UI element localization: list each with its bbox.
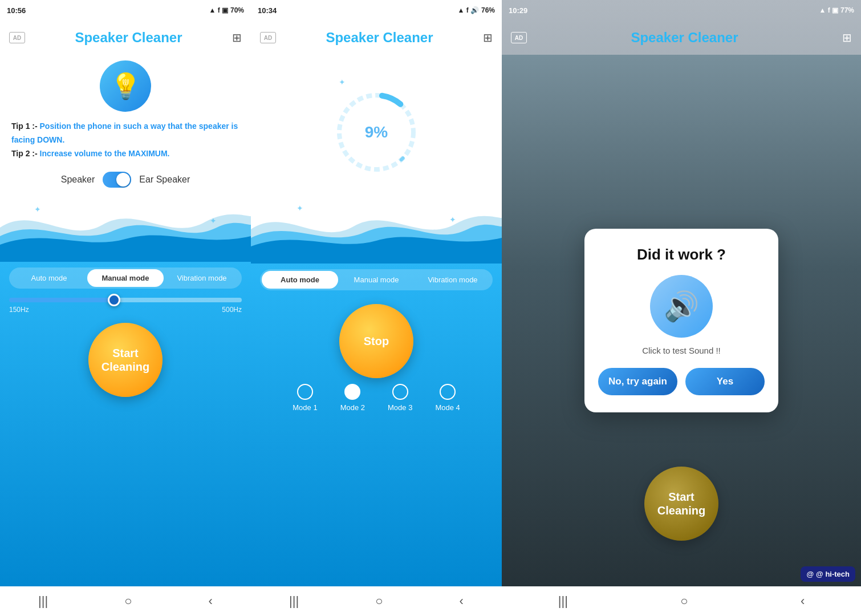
sparkle-w2: ✦ [449,215,456,224]
freq-labels: 150Hz 500Hz [9,306,242,314]
time-3: 10:29 [509,6,527,15]
toggle-right-label: Ear Speaker [139,175,190,185]
tab-auto-mode-2[interactable]: Auto mode [262,271,338,289]
nav-back-icon-2[interactable]: ‹ [460,594,464,609]
tip1-label: Tip 1 :- [11,121,38,131]
toggle-left-label: Speaker [61,175,95,185]
sparkle-w1: ✦ [297,204,303,213]
grid-icon-3[interactable]: ⊞ [842,31,852,44]
status-bar-1: 10:56 ▲ f ▣ 70% [0,0,251,21]
nav-menu-icon-1[interactable]: ||| [38,594,48,609]
mode-label-2: Mode 2 [340,403,365,412]
status-icons-2: ▲ f 🔊 76% [457,6,495,14]
tip1-text: Position the phone in such a way that th… [11,121,238,144]
yes-button[interactable]: Yes [685,368,765,395]
mode-tabs-1: Auto mode Manual mode Vibration mode [9,268,242,289]
time-1: 10:56 [7,6,26,15]
mode-label-1: Mode 1 [293,403,317,412]
slider-thumb[interactable] [108,294,120,306]
bottom-nav-2: ||| ○ ‹ [251,586,502,616]
tab-manual-mode-2[interactable]: Manual mode [338,271,415,289]
dot-2 [344,384,360,400]
grid-icon-1[interactable]: ⊞ [232,31,242,44]
no-try-again-button[interactable]: No, try again [598,368,677,395]
battery-2: 76% [481,6,495,14]
tip1-row: Tip 1 :- Position the phone in such a wa… [11,120,239,147]
slider-container: 150Hz 500Hz [9,298,242,314]
dot-1 [297,384,313,400]
mode-dot-1[interactable]: Mode 1 [293,384,317,412]
status-icons-1: ▲ f ▣ 70% [209,6,244,14]
status-icons-3: ▲ f ▣ 77% [819,6,854,14]
freq-min: 150Hz [9,306,29,314]
freq-max: 500Hz [222,306,242,314]
content-area-2: ✦ 9% ✦ ✦ [251,55,502,586]
tab-vibration-mode-2[interactable]: Vibration mode [415,271,491,289]
bulb-icon: 💡 [100,60,151,112]
dialog-buttons: No, try again Yes [598,368,765,395]
phone-panel-2: 10:34 ▲ f 🔊 76% AD Speaker Cleaner ⊞ ✦ [251,0,502,616]
app-title-1: Speaker Cleaner [75,30,182,46]
bottom-nav-1: ||| ○ ‹ [0,586,251,616]
signal-icon-1: ▲ f ▣ [209,6,228,14]
tab-vibration-mode-1[interactable]: Vibration mode [164,269,240,287]
sparkle-1: ✦ [34,205,41,214]
battery-3: 77% [840,6,854,14]
toggle-switch[interactable] [103,172,131,188]
tip2-text: Increase volume to the MAXIMUM. [40,149,170,158]
nav-menu-icon-3[interactable]: ||| [558,594,568,609]
toggle-row: Speaker Ear Speaker [61,172,190,188]
start-cleaning-button[interactable]: StartCleaning [88,323,163,397]
nav-home-icon-2[interactable]: ○ [375,594,383,609]
content-area-1: 💡 Tip 1 :- Position the phone in such a … [0,55,251,586]
freq-slider[interactable] [9,298,242,302]
app-header-2: AD Speaker Cleaner ⊞ [251,21,502,55]
nav-home-icon-3[interactable]: ○ [680,594,688,609]
nav-back-icon-1[interactable]: ‹ [209,594,213,609]
mode-dot-3[interactable]: Mode 3 [388,384,412,412]
phone-panel-3: 10:29 ▲ f ▣ 77% AD Speaker Cleaner ⊞ Did… [502,0,861,616]
ad-badge-2: AD [260,32,276,43]
bottom-nav-3: ||| ○ ‹ [502,586,861,616]
app-title-3: Speaker Cleaner [631,30,738,46]
tab-auto-mode-1[interactable]: Auto mode [11,269,87,287]
mode-dot-2[interactable]: Mode 2 [340,384,365,412]
wave-section-1: ✦ ✦ [0,193,251,262]
time-2: 10:34 [258,6,277,15]
tip2-label: Tip 2 :- [11,149,38,158]
tab-manual-mode-1[interactable]: Manual mode [87,269,164,287]
mode-label-3: Mode 3 [388,403,412,412]
progress-section: ✦ 9% [251,55,502,195]
nav-home-icon-1[interactable]: ○ [124,594,132,609]
signal-icon-2: ▲ f 🔊 [457,6,479,14]
ad-badge-1: AD [9,32,25,43]
tips-container: Tip 1 :- Position the phone in such a wa… [11,120,239,160]
mode-label-4: Mode 4 [435,403,460,412]
wave-section-2: ✦ ✦ [251,195,502,264]
app-title-2: Speaker Cleaner [326,30,433,46]
mode-dot-4[interactable]: Mode 4 [435,384,460,412]
sparkle-p1: ✦ [339,78,346,87]
progress-percent: 9% [365,123,388,141]
nav-menu-icon-2[interactable]: ||| [289,594,299,609]
status-bar-2: 10:34 ▲ f 🔊 76% [251,0,502,21]
grid-icon-2[interactable]: ⊞ [483,31,493,44]
stop-button[interactable]: Stop [339,304,413,378]
dialog-overlay: Did it work ? 🔊 Click to test Sound !! N… [502,55,861,586]
battery-1: 70% [230,6,244,14]
dot-4 [440,384,456,400]
app-header-3: AD Speaker Cleaner ⊞ [502,21,861,55]
signal-icon-3: ▲ f ▣ [819,6,838,14]
sparkle-2: ✦ [210,216,217,225]
phone-panel-1: 10:56 ▲ f ▣ 70% AD Speaker Cleaner ⊞ 💡 T… [0,0,251,616]
dialog-subtitle: Click to test Sound !! [598,346,765,355]
dot-3 [392,384,408,400]
progress-ring: 9% [331,87,422,178]
did-it-work-dialog: Did it work ? 🔊 Click to test Sound !! N… [584,229,778,412]
bottom-section-1: Auto mode Manual mode Vibration mode 150… [0,262,251,586]
tip2-row: Tip 2 :- Increase volume to the MAXIMUM. [11,147,239,161]
panel1-content: 💡 Tip 1 :- Position the phone in such a … [0,55,251,193]
bottom-section-2: Auto mode Manual mode Vibration mode Sto… [251,264,502,586]
speaker-test-icon[interactable]: 🔊 [650,275,713,338]
nav-back-icon-3[interactable]: ‹ [801,594,805,609]
